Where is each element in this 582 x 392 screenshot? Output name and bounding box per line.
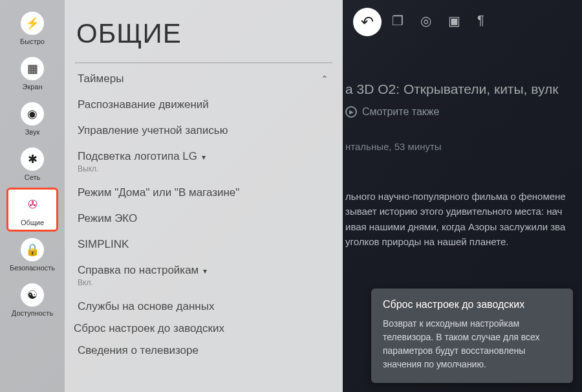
back-button[interactable]: ↶ bbox=[353, 8, 382, 36]
sound-icon: ◉ bbox=[21, 102, 44, 125]
bolt-icon: ⚡ bbox=[21, 12, 44, 35]
sidebar-item-label: Звук bbox=[25, 128, 40, 136]
row-logo-light[interactable]: Подсветка логотипа LG ▾ Выкл. bbox=[65, 144, 343, 180]
content-meta: нтальные, 53 минуты bbox=[345, 141, 442, 152]
row-about-tv[interactable]: Сведения о телевизоре bbox=[65, 338, 343, 364]
photos-icon[interactable]: ❐ bbox=[392, 13, 404, 28]
row-sub: Выкл. bbox=[78, 164, 330, 173]
lock-icon: 🔒 bbox=[21, 238, 44, 261]
row-label: SIMPLINK bbox=[78, 238, 330, 251]
row-timers[interactable]: Таймеры bbox=[65, 66, 343, 92]
row-label: Таймеры bbox=[78, 72, 330, 85]
row-label: Режим ЭКО bbox=[78, 212, 330, 225]
sidebar-item-screen[interactable]: ▦ Экран bbox=[6, 52, 58, 96]
row-label: Сброс настроек до заводских bbox=[74, 322, 334, 335]
row-motion-detect[interactable]: Распознавание движений bbox=[65, 92, 343, 118]
scroll-up-icon[interactable]: ⌃ bbox=[321, 74, 329, 84]
help-tooltip: Сброс настроек до заводских Возврат к ис… bbox=[371, 289, 573, 383]
chevron-down-icon: ▾ bbox=[202, 153, 206, 162]
globe-icon[interactable]: ◎ bbox=[420, 13, 431, 28]
row-label: Распознавание движений bbox=[78, 98, 330, 111]
accessibility-icon: ☯ bbox=[21, 283, 44, 307]
row-label: Сведения о телевизоре bbox=[78, 344, 330, 357]
screen-icon: ▦ bbox=[21, 57, 44, 80]
tooltip-title: Сброс настроек до заводских bbox=[383, 299, 561, 310]
see-also[interactable]: ▶ Смотрите также bbox=[345, 106, 439, 118]
see-also-label: Смотрите также bbox=[362, 106, 439, 118]
network-icon: ✱ bbox=[21, 147, 44, 171]
content-description: льного научно-популярного фильма о феном… bbox=[345, 189, 574, 249]
sidebar-item-label: Экран bbox=[22, 83, 42, 91]
row-account[interactable]: Управление учетной записью bbox=[65, 118, 343, 144]
row-label: Справка по настройкам ▾ bbox=[78, 264, 330, 277]
settings-sidebar: ⚡ Быстро ▦ Экран ◉ Звук ✱ Сеть ✇ Общие 🔒… bbox=[0, 0, 65, 392]
panel-divider: ⌃ bbox=[75, 62, 332, 63]
row-label: Подсветка логотипа LG ▾ bbox=[78, 150, 330, 163]
sidebar-item-label: Быстро bbox=[20, 38, 45, 45]
content-title: а 3D O2: Открыватели, киты, вулк bbox=[345, 82, 576, 97]
gear-icon: ✇ bbox=[21, 193, 44, 216]
panel-title: ОБЩИЕ bbox=[65, 0, 343, 56]
masks-icon[interactable]: ¶ bbox=[477, 13, 484, 28]
sidebar-item-label: Сеть bbox=[25, 173, 40, 181]
sidebar-item-general[interactable]: ✇ Общие bbox=[6, 188, 58, 232]
tooltip-body: Возврат к исходным настройкам телевизора… bbox=[383, 317, 561, 371]
row-home-store-mode[interactable]: Режим "Дома" или "В магазине" bbox=[65, 180, 343, 206]
sidebar-item-label: Доступность bbox=[12, 309, 53, 317]
sidebar-item-network[interactable]: ✱ Сеть bbox=[6, 142, 58, 186]
row-eco-mode[interactable]: Режим ЭКО bbox=[65, 206, 343, 232]
sidebar-item-label: Общие bbox=[21, 219, 44, 226]
settings-panel: ОБЩИЕ ⌃ Таймеры Распознавание движений У… bbox=[65, 0, 343, 392]
row-label: Режим "Дома" или "В магазине" bbox=[78, 186, 330, 199]
row-sub: Вкл. bbox=[78, 278, 330, 287]
settings-list: Таймеры Распознавание движений Управлени… bbox=[65, 63, 343, 392]
row-label: Управление учетной записью bbox=[78, 124, 330, 137]
sidebar-item-label: Безопасность bbox=[10, 264, 55, 272]
sidebar-item-sound[interactable]: ◉ Звук bbox=[6, 97, 58, 141]
row-simplink[interactable]: SIMPLINK bbox=[65, 232, 343, 257]
row-settings-help[interactable]: Справка по настройкам ▾ Вкл. bbox=[65, 257, 343, 294]
chevron-down-icon: ▾ bbox=[203, 267, 207, 276]
row-factory-reset[interactable]: Сброс настроек до заводских bbox=[65, 320, 343, 338]
row-label: Службы на основе данных bbox=[78, 300, 330, 313]
play-icon: ▶ bbox=[345, 106, 357, 118]
content-top-icons: ❐ ◎ ▣ ¶ bbox=[392, 13, 484, 28]
sidebar-item-quick[interactable]: ⚡ Быстро bbox=[6, 6, 58, 50]
row-data-services[interactable]: Службы на основе данных bbox=[65, 294, 343, 320]
sidebar-item-security[interactable]: 🔒 Безопасность bbox=[6, 233, 58, 277]
tv-icon[interactable]: ▣ bbox=[448, 13, 460, 28]
back-arrow-icon: ↶ bbox=[361, 13, 374, 31]
sidebar-item-accessibility[interactable]: ☯ Доступность bbox=[6, 278, 58, 322]
